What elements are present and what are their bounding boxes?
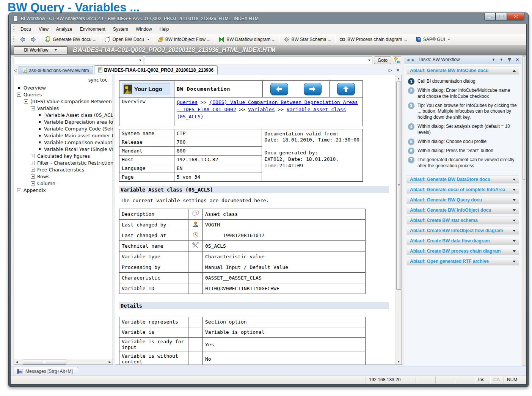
tasks-menu-icon[interactable]: ▼ [492, 58, 495, 61]
link-tool-button[interactable] [393, 56, 401, 64]
bw-star-schema-button[interactable]: BW Star Schema ... [281, 35, 334, 44]
scroll-down-icon[interactable]: ▼ [396, 358, 402, 365]
tree-item-variable-asset-class[interactable]: Variable Asset class (0S_ACLS) [14, 112, 113, 118]
tree-item-variable-comparison[interactable]: Variable Comparison evaluation a [14, 139, 113, 146]
user-icon [193, 221, 199, 227]
chevron-down-icon [368, 60, 370, 61]
generate-bw-docu-button[interactable]: Generate BW docu ... [42, 35, 99, 44]
bw-process-chain-diagram-button[interactable]: BW Process chain diagram ... [337, 35, 410, 44]
tasks-back-icon[interactable]: ◀ [406, 58, 410, 62]
tree-horizontal-scrollbar[interactable]: ◀ ▶ [14, 359, 113, 365]
task-section-generate-infoarea[interactable]: Ablauf: Generate docu of complete InfoAr… [406, 185, 519, 194]
tasks-dock-icon[interactable]: ▼ [500, 58, 503, 61]
tree-item-variable-depreciation[interactable]: Variable Depreciation area for the [14, 118, 113, 125]
task-section-create-infoobject-flow[interactable]: Ablauf: Create BW InfoObject flow diagra… [406, 226, 519, 235]
tab-scroll-right-icon[interactable]: ▷ [389, 68, 392, 73]
tasks-vertical-scrollbar[interactable] [522, 55, 526, 366]
task-section-generate-infoobject[interactable]: Ablauf: Generate BW InfoObject docu [406, 206, 519, 214]
tree-expand-icon[interactable] [17, 188, 21, 192]
tree-item-queries[interactable]: Queries [14, 91, 113, 98]
tree-expand-icon[interactable] [31, 181, 35, 185]
breadcrumb-link-queries[interactable]: Queries [177, 99, 198, 105]
pin-icon[interactable] [508, 58, 511, 62]
window-titlebar[interactable]: BI Workflow - CT-BW Analyzer&Docu 2.1 - … [10, 13, 527, 24]
document-icon [23, 68, 27, 73]
doc-up-button[interactable] [337, 83, 355, 95]
bullet-icon [39, 121, 41, 123]
tree-expand-icon[interactable] [31, 154, 35, 158]
tree-item-variable-company-code[interactable]: Variable Company Code (Selection [14, 125, 113, 132]
scrollbar-thumb[interactable] [396, 82, 401, 290]
tasks-forward-icon[interactable]: ▶ [412, 58, 415, 62]
doc-back-button[interactable] [270, 83, 288, 95]
task-section-generate-query[interactable]: Ablauf: Generate BW Query docu [406, 196, 519, 204]
open-bw-docu-button[interactable]: Open BW Docu [102, 35, 152, 44]
messages-tab[interactable]: Messages [Strg+Alt+M] [14, 367, 78, 375]
menu-analyze[interactable]: Analyze [52, 25, 76, 33]
task-section-create-data-flow[interactable]: Ablauf: Create BW data flow diagram [406, 237, 519, 245]
workflow-selector[interactable]: BI Workflow [14, 46, 67, 54]
scrollbar-thumb[interactable] [523, 56, 525, 180]
task-section-open-rtf-archive[interactable]: Ablauf: Open generated RTF archive [406, 257, 519, 266]
menu-view[interactable]: View [35, 25, 52, 33]
task-step: 1Call BI documentation dialog [408, 78, 518, 85]
tree-collapse-icon[interactable] [17, 93, 21, 97]
scroll-right-icon[interactable]: ▶ [107, 359, 113, 365]
tree-item-calculated-key-figures[interactable]: Calculated key figures [14, 152, 113, 159]
task-section-generate-datastore[interactable]: Ablauf: Generate BW DataStore docu [406, 175, 519, 184]
document-icon [98, 68, 102, 72]
bw-dataflow-diagram-button[interactable]: BW Dataflow diagram ... [216, 35, 278, 44]
address-combo-left[interactable] [14, 57, 143, 64]
tree-item-variables[interactable]: Variables [14, 105, 113, 112]
tree-item-column[interactable]: Column [14, 180, 113, 187]
sap-gui-button[interactable]: SAP® GUI [413, 35, 453, 44]
tab-ass-bi-functions[interactable]: ass-bi-functions-overview.htm [19, 66, 93, 74]
doc-forward-button[interactable] [304, 83, 322, 95]
close-button[interactable] [507, 13, 524, 20]
tab-scroll-left-icon[interactable]: ◁ [13, 68, 19, 74]
tab-bw-ides-document[interactable]: BW-IDES-FIAA-C01-Q002_PROJ_20100118_2139… [94, 65, 218, 74]
breadcrumb-link-variables[interactable]: Variables [248, 107, 275, 112]
task-section-create-process-chain[interactable]: Ablauf: Create BW process chain diagram [406, 247, 519, 255]
tasks-close-icon[interactable]: ✕ [516, 57, 519, 62]
tree-expand-icon[interactable] [31, 174, 35, 179]
maximize-button[interactable] [496, 13, 507, 20]
tree-item-overview[interactable]: Overview [14, 84, 113, 91]
back-button[interactable] [17, 36, 28, 43]
address-combo-main[interactable] [145, 57, 372, 64]
bw-infoobject-flow-button[interactable]: BW InfoObject Flow ... [155, 35, 213, 44]
tree-collapse-icon[interactable] [24, 99, 28, 104]
doc-title: BW Documentation [174, 81, 262, 97]
tree-expand-icon[interactable] [31, 161, 35, 165]
tree-item-ides-query[interactable]: (IDES) Value Comparison Between Dep [14, 98, 113, 105]
tree-item-filter[interactable]: Filter - Characteristic Restrictions [14, 159, 113, 166]
scroll-left-icon[interactable]: ◀ [14, 359, 20, 365]
sync-toc-link[interactable]: sync toc [14, 75, 113, 84]
toolbar-grip[interactable] [13, 26, 14, 32]
tree-item-appendix[interactable]: Appendix [14, 187, 113, 193]
menu-environment[interactable]: Environment [76, 25, 109, 33]
tree-item-variable-main-asset[interactable]: Variable Main asset number (0S_A [14, 132, 113, 139]
scrollbar-thumb[interactable] [23, 360, 66, 365]
tree-item-rows[interactable]: Rows [14, 173, 113, 180]
tree-item-free-characteristics[interactable]: Free Characteristics [14, 166, 113, 173]
goto-button[interactable]: Goto [374, 57, 391, 64]
tab-close-icon[interactable]: ✕ [396, 68, 400, 73]
task-step: 7The generated document can be viewed di… [408, 157, 518, 169]
task-step: 4Within dialog: Set analysis depth (defa… [408, 123, 518, 136]
toolbar-grip[interactable] [13, 36, 14, 42]
tree-item-variable-fiscal-year[interactable]: Variable Fiscal Year (Single Value [14, 146, 113, 152]
resize-grip[interactable] [521, 376, 526, 384]
menu-docu[interactable]: Docu [17, 25, 35, 33]
task-section-generate-infocube[interactable]: Ablauf: Generate BW InfoCube docu [406, 66, 519, 75]
tree-expand-icon[interactable] [31, 168, 35, 172]
forward-button[interactable] [28, 36, 39, 43]
minimize-button[interactable] [484, 13, 496, 20]
document-vertical-scrollbar[interactable]: ▲ ▼ [395, 75, 402, 365]
menu-help[interactable]: Help [156, 25, 173, 33]
task-section-create-star-schema[interactable]: Ablauf: Create BW star schema [406, 216, 519, 225]
menu-window[interactable]: Window [132, 25, 156, 33]
scroll-up-icon[interactable]: ▲ [396, 75, 402, 81]
tree-collapse-icon[interactable] [31, 106, 35, 110]
menu-system[interactable]: System [109, 25, 132, 33]
